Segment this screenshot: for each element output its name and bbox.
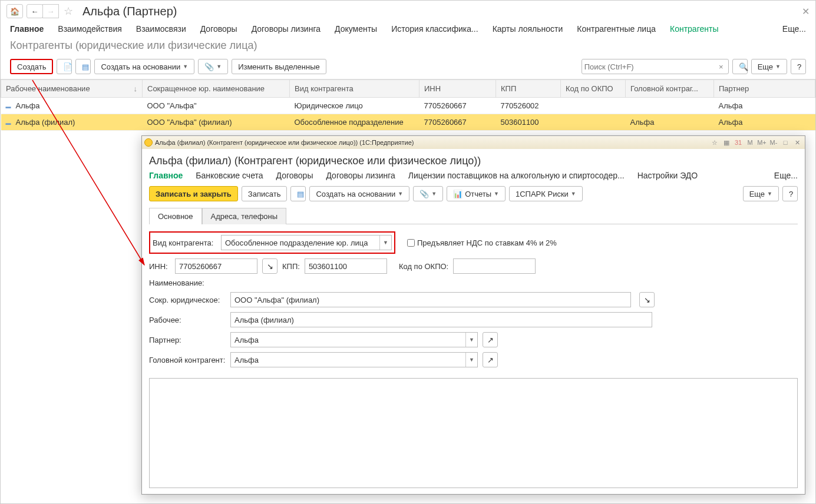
partner-label: Партнер: xyxy=(149,336,226,344)
home-button[interactable]: 🏠 xyxy=(6,4,23,18)
counterparty-modal: Альфа (филиал) (Контрагент (юридическое … xyxy=(141,135,805,495)
help-button[interactable]: ? xyxy=(782,186,798,201)
naming-label: Наименование: xyxy=(149,278,204,287)
tab-counterparties[interactable]: Контрагенты xyxy=(670,24,718,34)
calc-icon[interactable]: ▦ xyxy=(721,138,732,147)
tab-documents[interactable]: Документы xyxy=(335,24,377,34)
close-icon[interactable]: ✕ xyxy=(792,138,802,147)
kpp-label: КПП: xyxy=(282,262,300,271)
help-button[interactable]: ? xyxy=(791,59,806,74)
item-icon: ▬ xyxy=(6,104,11,110)
modal-tab-bank[interactable]: Банковские счета xyxy=(196,171,263,180)
search-button[interactable]: 🔍▼ xyxy=(732,59,748,74)
create-based-button[interactable]: Создать на основании▼ xyxy=(94,59,194,74)
tab-more[interactable]: Еще... xyxy=(782,24,806,34)
tab-relations[interactable]: Взаимосвязи xyxy=(136,24,186,34)
forward-button[interactable]: → xyxy=(42,4,59,18)
tab-interactions[interactable]: Взаимодействия xyxy=(58,24,122,34)
vid-combo[interactable]: Обособленное подразделение юр. лица ▼ xyxy=(221,235,392,250)
vid-label: Вид контрагента: xyxy=(153,238,216,247)
attach-button[interactable]: 📎▼ xyxy=(413,186,443,201)
m-icon[interactable]: M xyxy=(745,138,755,147)
partner-combo[interactable]: Альфа ▼ xyxy=(230,332,478,347)
star-icon[interactable]: ☆ xyxy=(62,5,74,18)
attach-button[interactable]: 📎▼ xyxy=(198,59,228,74)
chevron-down-icon[interactable]: ▼ xyxy=(379,236,391,250)
inn-lookup-button[interactable]: ↘ xyxy=(262,258,277,274)
sort-icon[interactable]: ↓ xyxy=(134,84,138,93)
modal-tab-edo[interactable]: Настройки ЭДО xyxy=(637,171,698,180)
tab-loyalty[interactable]: Карты лояльности xyxy=(493,24,563,34)
save-close-button[interactable]: Записать и закрыть xyxy=(149,186,238,201)
mminus-icon[interactable]: M- xyxy=(768,138,779,147)
maximize-icon[interactable]: □ xyxy=(780,138,791,147)
modal-title: Альфа (филиал) (Контрагент (юридическое … xyxy=(149,155,798,167)
sokr-lookup-button[interactable]: ↘ xyxy=(639,292,655,307)
okpo-field[interactable] xyxy=(453,258,536,274)
tab-history[interactable]: История классифика... xyxy=(391,24,478,34)
modal-titlebar: Альфа (филиал) (Контрагент (юридическое … xyxy=(142,136,805,149)
fav-icon[interactable]: ☆ xyxy=(709,138,720,147)
chevron-down-icon: ▼ xyxy=(216,64,222,69)
vat-checkbox[interactable]: Предъявляет НДС по ставкам 4% и 2% xyxy=(407,238,557,247)
more-button[interactable]: Еще▼ xyxy=(743,186,779,201)
clear-search-icon[interactable]: × xyxy=(716,62,726,71)
partner-open-button[interactable]: ↗ xyxy=(483,332,498,347)
counterparties-table: Рабочее наименование↓ Сокращенное юр. на… xyxy=(1,79,815,131)
table-row[interactable]: ▬Альфа ООО "Альфа" Юридическое лицо 7705… xyxy=(1,98,815,114)
nav-tabs: Главное Взаимодействия Взаимосвязи Догов… xyxy=(1,22,815,38)
modal-tab-more[interactable]: Еще... xyxy=(774,171,798,180)
page-title: Альфа (Партнер) xyxy=(82,5,177,18)
reports-button[interactable]: 📊 Отчеты▼ xyxy=(447,186,506,201)
close-icon[interactable]: ✕ xyxy=(802,6,810,17)
item-icon: ▬ xyxy=(6,120,11,126)
work-label: Рабочее: xyxy=(149,316,226,324)
sokr-label: Сокр. юридическое: xyxy=(149,296,226,304)
modal-tab-contracts[interactable]: Договоры xyxy=(276,171,313,180)
subtab-main[interactable]: Основное xyxy=(149,208,202,224)
app-icon xyxy=(144,138,153,147)
kpp-field[interactable]: 503601100 xyxy=(305,258,387,274)
sokr-field[interactable]: ООО "Альфа" (филиал) xyxy=(230,292,631,307)
head-combo[interactable]: Альфа ▼ xyxy=(230,352,478,367)
notes-textarea[interactable] xyxy=(149,378,798,488)
create-button[interactable]: Создать xyxy=(10,59,53,74)
work-field[interactable]: Альфа (филиал) xyxy=(230,312,652,327)
tab-main[interactable]: Главное xyxy=(10,24,44,34)
list-button[interactable]: ▤ xyxy=(75,59,91,74)
modal-tab-leasing[interactable]: Договоры лизинга xyxy=(326,171,395,180)
back-button[interactable]: ← xyxy=(27,4,43,18)
modal-tab-main[interactable]: Главное xyxy=(149,171,183,180)
search-input[interactable]: × xyxy=(582,59,729,74)
spark-button[interactable]: 1СПАРК Риски▼ xyxy=(509,186,583,201)
okpo-label: Код по ОКПО: xyxy=(399,262,448,271)
copy-button[interactable]: 📄 xyxy=(57,59,72,74)
calendar-icon[interactable]: 31 xyxy=(733,138,744,147)
create-based-button[interactable]: Создать на основании▼ xyxy=(309,186,409,201)
more-button[interactable]: Еще▼ xyxy=(751,59,787,74)
inn-field[interactable]: 7705260667 xyxy=(175,258,257,274)
list-button[interactable]: ▤ xyxy=(290,186,306,201)
chevron-down-icon[interactable]: ▼ xyxy=(465,333,477,347)
head-open-button[interactable]: ↗ xyxy=(483,352,498,367)
tab-leasing[interactable]: Договоры лизинга xyxy=(252,24,321,34)
mplus-icon[interactable]: M+ xyxy=(756,138,767,147)
save-button[interactable]: Записать xyxy=(242,186,288,201)
tab-contracts[interactable]: Договоры xyxy=(200,24,237,34)
chevron-down-icon: ▼ xyxy=(183,64,188,69)
inn-label: ИНН: xyxy=(149,262,170,271)
table-row[interactable]: ▬Альфа (филиал) ООО "Альфа" (филиал) Обо… xyxy=(1,114,815,131)
head-label: Головной контрагент: xyxy=(149,356,226,364)
change-selected-button[interactable]: Изменить выделенные xyxy=(232,59,326,74)
tab-contacts[interactable]: Контрагентные лица xyxy=(577,24,656,34)
chevron-down-icon[interactable]: ▼ xyxy=(465,353,477,367)
subtitle: Контрагенты (юридические или физические … xyxy=(1,38,815,57)
subtab-addresses[interactable]: Адреса, телефоны xyxy=(202,208,287,224)
modal-tab-licenses[interactable]: Лицензии поставщиков на алкогольную и сп… xyxy=(408,171,625,180)
